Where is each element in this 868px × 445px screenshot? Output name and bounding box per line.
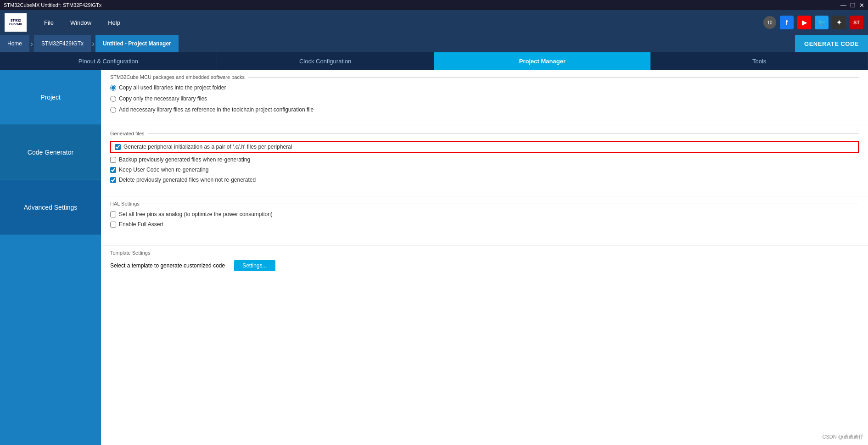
generated-files-section: Generated files Generate peripheral init… <box>101 126 868 196</box>
tab-project-manager[interactable]: Project Manager <box>434 52 651 70</box>
mcu-packages-options: Copy all used libraries into the project… <box>110 84 859 113</box>
logo-area: STM32CubeMX <box>5 13 27 32</box>
template-row: Select a template to generate customized… <box>110 260 859 271</box>
breadcrumb-chip[interactable]: STM32F429IGTx <box>34 35 91 52</box>
watermark: CSDN @迪迪迪仔 <box>823 434 863 440</box>
youtube-icon[interactable]: ▶ <box>797 16 811 29</box>
minimize-button[interactable]: — <box>840 2 846 9</box>
window-controls[interactable]: — ☐ ✕ <box>840 2 864 9</box>
radio-add-reference-input[interactable] <box>110 107 116 113</box>
hal-checkboxes: Set all free pins as analog (to optimize… <box>110 211 859 228</box>
generated-files-checkboxes: Generate peripheral initialization as a … <box>110 141 859 183</box>
hal-settings-title: HAL Settings <box>110 201 859 206</box>
network-icon[interactable]: ✦ <box>832 16 846 29</box>
breadcrumb-arrow-2: › <box>92 39 95 49</box>
maximize-button[interactable]: ☐ <box>850 2 856 9</box>
template-settings-title: Template Settings <box>110 250 859 256</box>
checkbox-gen-peripheral[interactable]: Generate peripheral initialization as a … <box>110 141 859 153</box>
menu-items: File Window Help <box>40 17 763 28</box>
checkbox-free-pins-input[interactable] <box>110 211 116 217</box>
menu-help[interactable]: Help <box>104 17 124 28</box>
template-settings-section: Template Settings Select a template to g… <box>101 245 868 280</box>
checkbox-free-pins[interactable]: Set all free pins as analog (to optimize… <box>110 211 859 217</box>
facebook-icon[interactable]: f <box>780 16 794 29</box>
breadcrumb-project[interactable]: Untitled - Project Manager <box>95 35 179 52</box>
sidebar-item-advanced-settings[interactable]: Advanced Settings <box>0 180 101 235</box>
tab-pinout[interactable]: Pinout & Configuration <box>0 52 217 70</box>
radio-copy-all-input[interactable] <box>110 85 116 91</box>
breadcrumb-home[interactable]: Home <box>0 35 29 52</box>
tab-tools[interactable]: Tools <box>651 52 868 70</box>
twitter-icon[interactable]: 🐦 <box>815 16 829 29</box>
checkbox-delete-files[interactable]: Delete previously generated files when n… <box>110 177 859 183</box>
st-icon[interactable]: ST <box>850 16 863 29</box>
breadcrumb-arrow-1: › <box>30 39 33 49</box>
checkbox-delete-files-input[interactable] <box>110 177 116 183</box>
template-settings-button[interactable]: Settings... <box>234 260 275 271</box>
checkbox-gen-peripheral-input[interactable] <box>115 144 121 150</box>
sidebar-item-code-generator[interactable]: Code Generator <box>0 125 101 180</box>
title-bar-text: STM32CubeMX Untitled*: STM32F429IGTx <box>4 2 101 8</box>
tab-bar: Pinout & Configuration Clock Configurati… <box>0 52 868 70</box>
content-area: STM32Cube MCU packages and embedded soft… <box>101 70 868 445</box>
checkbox-keep-user-code[interactable]: Keep User Code when re-generating <box>110 167 859 173</box>
notification-badge[interactable]: 10 <box>763 16 776 29</box>
checkbox-full-assert[interactable]: Enable Full Assert <box>110 221 859 228</box>
checkbox-backup-files-input[interactable] <box>110 157 116 163</box>
main-content: Project Code Generator Advanced Settings… <box>0 70 868 445</box>
generated-files-title: Generated files <box>110 131 859 136</box>
sidebar: Project Code Generator Advanced Settings <box>0 70 101 445</box>
radio-copy-necessary-input[interactable] <box>110 96 116 102</box>
tab-clock[interactable]: Clock Configuration <box>217 52 434 70</box>
checkbox-keep-user-code-input[interactable] <box>110 167 116 173</box>
radio-copy-all[interactable]: Copy all used libraries into the project… <box>110 84 859 91</box>
checkbox-backup-files[interactable]: Backup previously generated files when r… <box>110 156 859 163</box>
menu-window[interactable]: Window <box>67 17 95 28</box>
radio-copy-necessary[interactable]: Copy only the necessary library files <box>110 95 859 102</box>
radio-add-reference[interactable]: Add necessary library files as reference… <box>110 106 859 113</box>
app-logo: STM32CubeMX <box>5 13 27 32</box>
menu-file[interactable]: File <box>40 17 57 28</box>
checkbox-full-assert-input[interactable] <box>110 222 116 228</box>
breadcrumb-bar: Home › STM32F429IGTx › Untitled - Projec… <box>0 35 868 52</box>
social-icons: 10 f ▶ 🐦 ✦ ST <box>763 16 863 29</box>
sidebar-item-project[interactable]: Project <box>0 70 101 125</box>
generate-code-button[interactable]: GENERATE CODE <box>795 35 868 52</box>
close-button[interactable]: ✕ <box>859 2 864 9</box>
mcu-packages-section: STM32Cube MCU packages and embedded soft… <box>101 70 868 126</box>
hal-settings-section: HAL Settings Set all free pins as analog… <box>101 196 868 245</box>
title-bar: STM32CubeMX Untitled*: STM32F429IGTx — ☐… <box>0 0 868 10</box>
mcu-packages-title: STM32Cube MCU packages and embedded soft… <box>110 74 859 80</box>
template-select-label: Select a template to generate customized… <box>110 262 225 269</box>
menu-bar: STM32CubeMX File Window Help 10 f ▶ 🐦 ✦ … <box>0 10 868 35</box>
